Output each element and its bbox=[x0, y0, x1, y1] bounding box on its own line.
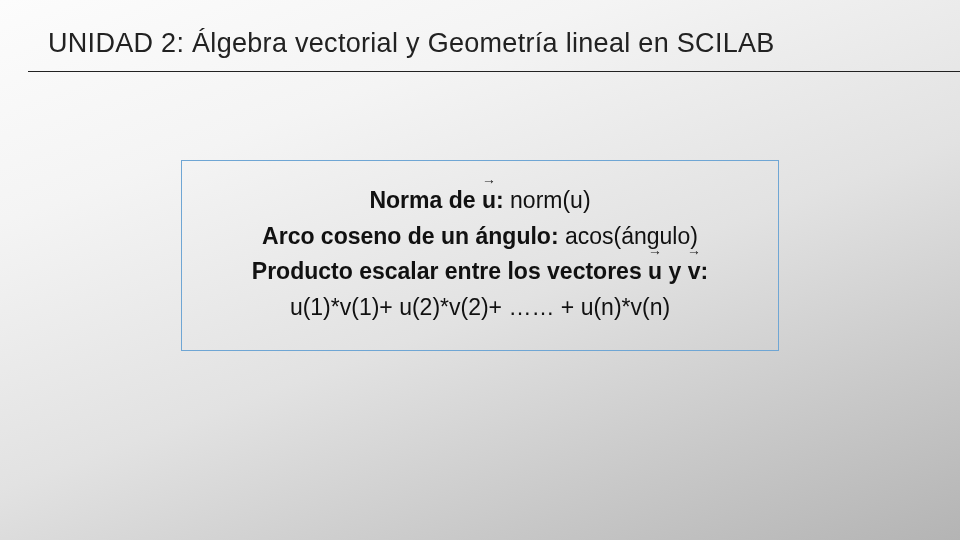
line-dotproduct-expr: u(1)*v(1)+ u(2)*v(2)+ …… + u(n)*v(n) bbox=[214, 290, 746, 326]
slide-heading: UNIDAD 2: Álgebra vectorial y Geometría … bbox=[48, 28, 912, 71]
content-area: Norma de →u: norm(u) Arco coseno de un á… bbox=[48, 160, 912, 351]
label-dot-suffix: : bbox=[701, 258, 709, 284]
label-dot-mid: y bbox=[662, 258, 688, 284]
line-acos: Arco coseno de un ángulo: acos(ángulo) bbox=[214, 219, 746, 255]
vector-u2-icon: →u bbox=[648, 254, 662, 290]
label-norma-suffix: : bbox=[496, 187, 504, 213]
label-norma-prefix: Norma de bbox=[369, 187, 481, 213]
code-acos: acos(ángulo) bbox=[559, 223, 698, 249]
heading-title: Álgebra vectorial y Geometría lineal en … bbox=[184, 28, 774, 58]
vector-u-letter: u bbox=[482, 187, 496, 213]
slide: UNIDAD 2: Álgebra vectorial y Geometría … bbox=[0, 0, 960, 540]
vector-u-icon: →u bbox=[482, 183, 496, 219]
code-norm: norm(u) bbox=[504, 187, 591, 213]
vector-u2-letter: u bbox=[648, 258, 662, 284]
label-dot-prefix: Producto escalar entre los vectores bbox=[252, 258, 648, 284]
formula-box: Norma de →u: norm(u) Arco coseno de un á… bbox=[181, 160, 779, 351]
heading-divider bbox=[28, 71, 960, 72]
expr-dotproduct: u(1)*v(1)+ u(2)*v(2)+ …… + u(n)*v(n) bbox=[290, 294, 670, 320]
vector-v-icon: →v bbox=[688, 254, 701, 290]
line-norma: Norma de →u: norm(u) bbox=[214, 183, 746, 219]
vector-v-letter: v bbox=[688, 258, 701, 284]
label-acos: Arco coseno de un ángulo: bbox=[262, 223, 558, 249]
heading-unit-label: UNIDAD 2: bbox=[48, 28, 184, 58]
line-dotproduct-label: Producto escalar entre los vectores →u y… bbox=[214, 254, 746, 290]
